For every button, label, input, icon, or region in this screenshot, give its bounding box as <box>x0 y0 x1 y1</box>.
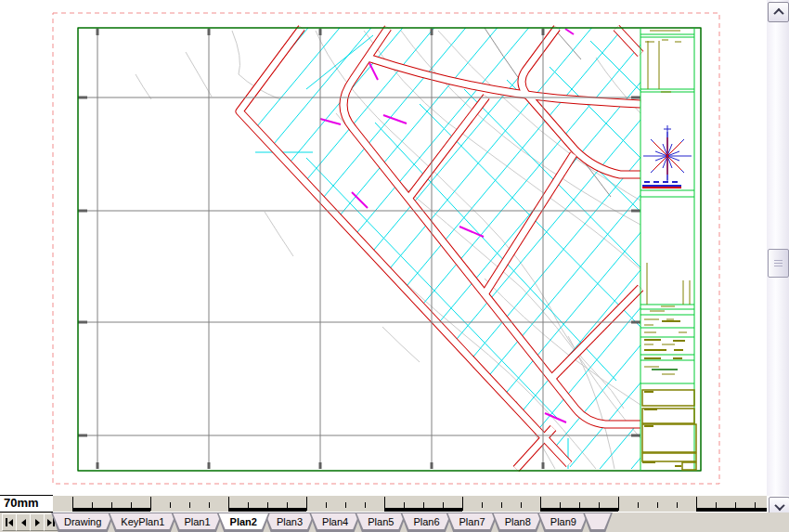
sheet-tab-label: KeyPlan1 <box>109 513 176 530</box>
sheet-tab-plan4[interactable]: Plan4 <box>309 513 361 532</box>
next-sheet-button[interactable] <box>30 513 45 531</box>
scroll-up-button[interactable] <box>768 2 789 22</box>
sheet-tab-blank[interactable] <box>583 513 613 532</box>
vertical-scroll-thumb[interactable] <box>768 249 789 278</box>
sheet-tab-drawing[interactable]: Drawing <box>51 513 114 532</box>
sheet-tab-bar: DrawingKeyPlan1Plan1Plan2Plan3Plan4Plan5… <box>0 513 789 532</box>
previous-sheet-button[interactable] <box>16 513 31 531</box>
sheet-tab-plan9[interactable]: Plan9 <box>537 513 589 532</box>
prev-icon <box>21 519 26 526</box>
first-icon <box>6 518 7 526</box>
horizontal-scale-ruler <box>53 496 767 512</box>
vertical-scrollbar[interactable] <box>767 0 789 496</box>
sheet-tab-plan1[interactable]: Plan1 <box>171 513 223 532</box>
next-icon <box>35 519 40 526</box>
chevron-up-icon <box>773 8 783 19</box>
sheet-tab-plan7[interactable]: Plan7 <box>446 513 498 532</box>
sheet-tab-label: Plan4 <box>310 513 360 530</box>
ruler-unit-box: 70mm <box>0 495 53 513</box>
ruler-unit-label: 70mm <box>0 496 53 511</box>
thumb-grip-icon <box>774 260 783 267</box>
cad-application-window: 70mm DrawingKeyPlan1Plan1Plan2Plan3Plan4… <box>0 0 789 532</box>
sheet-tabs: DrawingKeyPlan1Plan1Plan2Plan3Plan4Plan5… <box>58 513 613 531</box>
sheet-tab-plan5[interactable]: Plan5 <box>355 513 407 532</box>
ruler-row: 70mm <box>0 495 767 513</box>
sheet-tab-keyplan1[interactable]: KeyPlan1 <box>108 513 177 532</box>
plan-drawing <box>0 0 767 495</box>
chevron-down-icon <box>774 500 784 511</box>
sheet-tab-plan6[interactable]: Plan6 <box>400 513 452 532</box>
sheet-tab-plan3[interactable]: Plan3 <box>264 513 316 532</box>
sheet-tab-label: Plan7 <box>447 513 498 530</box>
drawing-canvas[interactable] <box>0 0 767 495</box>
next-icon <box>47 519 52 526</box>
prev-icon <box>8 519 13 526</box>
sheet-tab-label: Plan9 <box>538 513 589 530</box>
sheet-tab-label: Plan1 <box>172 513 222 530</box>
sheet-tab-label: Plan6 <box>401 513 451 530</box>
first-sheet-button[interactable] <box>2 513 17 531</box>
sheet-tab-plan8[interactable]: Plan8 <box>492 513 544 532</box>
sheet-tab-label: Plan8 <box>493 513 543 530</box>
sheet-tab-plan2[interactable]: Plan2 <box>217 513 270 532</box>
sheet-tab-label <box>584 513 612 530</box>
sheet-tab-label: Plan2 <box>218 513 269 530</box>
sheet-tab-label: Plan5 <box>356 513 406 530</box>
sheet-tab-label: Drawing <box>52 513 113 530</box>
sheet-tab-label: Plan3 <box>265 513 315 530</box>
